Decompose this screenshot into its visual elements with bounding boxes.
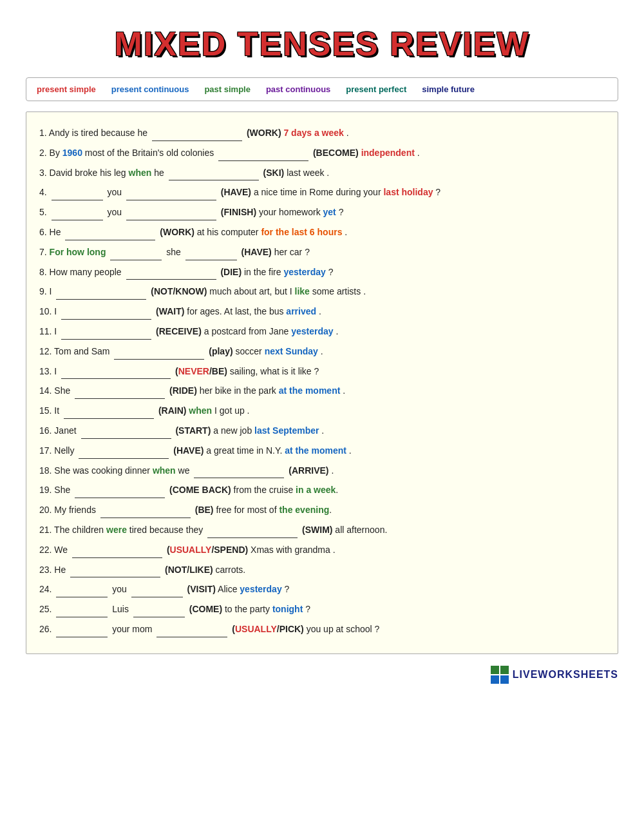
blank-22[interactable] [72, 548, 162, 558]
exercise-20: 20. My friends (BE) free for most of the… [39, 503, 605, 518]
page-title: MIXED TENSES REVIEW [115, 25, 530, 63]
exercise-21: 21. The children were tired because they… [39, 523, 605, 538]
blank-4b[interactable] [126, 190, 216, 200]
blank-20[interactable] [100, 508, 191, 518]
blank-25b[interactable] [133, 607, 185, 617]
exercise-6: 6. He (WORK) at his computer for the las… [39, 225, 605, 240]
blank-18[interactable] [194, 468, 284, 478]
blank-26b[interactable] [156, 627, 227, 637]
exercise-19: 19. She (COME BACK) from the cruise in a… [39, 483, 605, 498]
blank-4a[interactable] [52, 190, 103, 200]
tense-present-continuous: present continuous [111, 84, 189, 94]
lw-icon [491, 666, 509, 684]
exercise-22: 22. We (USUALLY/SPEND) Xmas with grandma… [39, 543, 605, 558]
blank-23[interactable] [70, 567, 160, 577]
blank-17[interactable] [79, 449, 169, 459]
exercise-9: 9. I (NOT/KNOW) much about art, but I li… [39, 284, 605, 300]
blank-8[interactable] [126, 269, 216, 280]
exercise-4: 4. you (HAVE) a nice time in Rome during… [39, 185, 605, 200]
exercise-10: 10. I (WAIT) for ages. At last, the bus … [39, 304, 605, 320]
exercise-7: 7. For how long she (HAVE) her car ? [39, 245, 605, 260]
liveworksheets-logo: LIVEWORKSHEETS [491, 666, 618, 684]
exercise-18: 18. She was cooking dinner when we (ARRI… [39, 463, 605, 479]
footer: LIVEWORKSHEETS [26, 666, 618, 684]
blank-3[interactable] [169, 170, 259, 180]
exercise-14: 14. She (RIDE) her bike in the park at t… [39, 383, 605, 399]
exercise-1: 1. Andy is tired because he (WORK) 7 day… [39, 126, 605, 141]
exercise-2: 2. By 1960 most of the Britain's old col… [39, 146, 605, 161]
exercise-11: 11. I (RECEIVE) a postcard from Jane yes… [39, 324, 605, 340]
tense-past-simple: past simple [204, 84, 251, 94]
tenses-bar: present simple present continuous past s… [26, 77, 618, 101]
blank-9[interactable] [56, 289, 146, 300]
blank-6[interactable] [65, 230, 155, 240]
blank-21[interactable] [207, 528, 298, 538]
blank-5b[interactable] [126, 210, 216, 220]
exercise-15: 15. It (RAIN) when I got up . [39, 403, 605, 419]
blank-7b[interactable] [185, 250, 237, 260]
blank-7a[interactable] [110, 250, 162, 260]
blank-26a[interactable] [56, 627, 108, 637]
blank-11[interactable] [61, 329, 151, 340]
exercise-16: 16. Janet (START) a new job last Septemb… [39, 423, 605, 439]
tense-present-simple: present simple [37, 84, 96, 94]
blank-14[interactable] [75, 389, 165, 399]
blank-2[interactable] [218, 151, 308, 161]
blank-16[interactable] [81, 429, 171, 439]
lw-icon-bl [491, 675, 499, 684]
blank-24a[interactable] [56, 587, 108, 597]
exercise-26: 26. your mom (USUALLY/PICK) you up at sc… [39, 622, 605, 637]
exercise-13: 13. I (NEVER/BE) sailing, what is it lik… [39, 364, 605, 380]
blank-15[interactable] [64, 409, 154, 419]
exercises-box: 1. Andy is tired because he (WORK) 7 day… [26, 111, 618, 654]
exercise-5: 5. you (FINISH) your homework yet ? [39, 205, 605, 220]
blank-10[interactable] [61, 309, 151, 320]
exercise-12: 12. Tom and Sam (play) soccer next Sunda… [39, 344, 605, 360]
title-container: MIXED TENSES REVIEW [26, 13, 618, 77]
blank-13[interactable] [61, 369, 171, 379]
tense-simple-future: simple future [422, 84, 475, 94]
tense-present-perfect: present perfect [346, 84, 406, 94]
liveworksheets-text: LIVEWORKSHEETS [513, 669, 618, 681]
exercise-17: 17. Nelly (HAVE) a great time in N.Y. at… [39, 443, 605, 459]
exercise-23: 23. He (NOT/LIKE) carrots. [39, 563, 605, 578]
exercise-24: 24. you (VISIT) Alice yesterday ? [39, 582, 605, 597]
exercise-25: 25. Luis (COME) to the party tonight ? [39, 602, 605, 617]
blank-19[interactable] [75, 488, 165, 498]
lw-icon-tr [500, 666, 509, 674]
lw-icon-tl [491, 666, 499, 674]
tense-past-continuous: past continuous [266, 84, 330, 94]
blank-5a[interactable] [52, 210, 103, 220]
blank-1[interactable] [152, 131, 242, 141]
exercise-8: 8. How many people (DIE) in the fire yes… [39, 265, 605, 280]
blank-12[interactable] [114, 349, 204, 360]
blank-25a[interactable] [56, 607, 108, 617]
lw-icon-br [500, 675, 509, 684]
blank-24b[interactable] [131, 587, 183, 597]
exercise-3: 3. David broke his leg when he (SKI) las… [39, 166, 605, 181]
